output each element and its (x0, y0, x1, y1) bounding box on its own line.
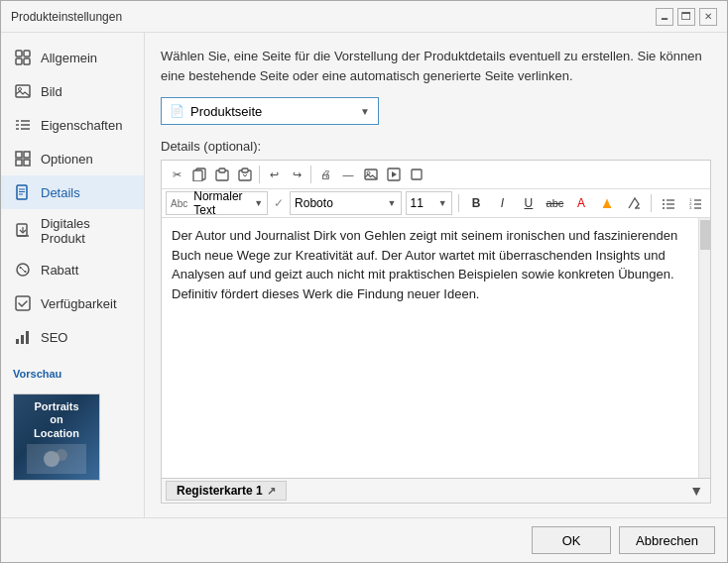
tab-registerkarte-1[interactable]: Registerkarte 1 ↗ (166, 481, 287, 501)
editor-wrapper: Der Autor und Journalist Dirk von Gehlen… (162, 218, 710, 478)
check-icon (13, 293, 33, 313)
sidebar-item-seo[interactable]: SEO (1, 320, 144, 354)
toolbar-sep-1 (259, 166, 260, 183)
dropdown-value: Produktseite (190, 104, 360, 119)
svg-point-40 (367, 171, 370, 174)
sidebar-item-digitales-produkt[interactable]: Digitales Produkt (1, 209, 144, 253)
font-color-button[interactable]: A (570, 191, 592, 215)
svg-point-32 (56, 449, 67, 461)
preview-image: PortraitsonLocation (13, 394, 100, 481)
svg-rect-0 (16, 51, 22, 56)
description-text: Wählen Sie, eine Seite für die Vorstellu… (161, 47, 711, 85)
sidebar-label-optionen: Optionen (41, 152, 93, 167)
insert-image-button[interactable] (360, 164, 382, 185)
italic-button[interactable]: I (491, 191, 513, 215)
minimize-button[interactable]: 🗕 (656, 8, 673, 26)
sidebar-label-seo: SEO (41, 330, 67, 345)
sidebar-label-bild: Bild (41, 84, 62, 99)
cut-button[interactable]: ✂ (166, 164, 187, 185)
svg-rect-38 (242, 169, 248, 172)
tab-scroll-down-icon[interactable]: ▼ (686, 483, 706, 499)
font-family-value: Roboto (295, 196, 384, 210)
scrollbar[interactable] (698, 218, 710, 478)
svg-point-49 (663, 203, 665, 205)
svg-rect-14 (16, 160, 22, 166)
paste-button[interactable] (211, 164, 233, 185)
strikethrough-button[interactable]: abc (544, 191, 565, 215)
bold-button[interactable]: B (465, 191, 487, 215)
sidebar-label-rabatt: Rabatt (41, 263, 78, 278)
insert-media-button[interactable] (383, 164, 405, 185)
font-style-value: Normaler Text (193, 189, 250, 217)
squares-icon (13, 149, 33, 169)
sidebar-item-rabatt[interactable]: Rabatt (1, 253, 144, 286)
insert-box-button[interactable] (406, 164, 427, 185)
svg-marker-42 (392, 171, 397, 177)
sidebar-item-details[interactable]: Details (1, 175, 144, 209)
svg-rect-27 (16, 296, 30, 310)
horizontal-rule-button[interactable]: — (337, 164, 359, 185)
main-window: Produkteinstellungen 🗕 🗖 ✕ Allgemein (0, 0, 728, 563)
scrollbar-thumb (700, 220, 710, 250)
ordered-list-button[interactable]: 1.2.3. (684, 191, 706, 215)
format-sep-2 (651, 194, 652, 212)
download-icon (13, 221, 33, 241)
font-size-dropdown[interactable]: 11 ▼ (406, 191, 452, 215)
highlight-button[interactable] (596, 191, 618, 215)
sidebar-item-optionen[interactable]: Optionen (1, 142, 144, 175)
grid-icon (13, 48, 33, 67)
chart-icon (13, 327, 33, 347)
sidebar-item-bild[interactable]: Bild (1, 74, 144, 108)
toolbar-sep-2 (310, 166, 311, 183)
content-area: Wählen Sie, eine Seite für die Vorstellu… (145, 33, 727, 517)
underline-button[interactable]: U (518, 191, 540, 215)
tag-icon (13, 260, 33, 280)
svg-rect-4 (16, 85, 30, 97)
sidebar-preview-label: Vorschau (1, 358, 144, 390)
format-sep-1 (458, 194, 459, 212)
editor-body[interactable]: Der Autor und Journalist Dirk von Gehlen… (162, 218, 698, 478)
editor-toolbar: ✂ ↩ ↪ 🖨 — (162, 161, 710, 189)
footer: OK Abbrechen (1, 517, 727, 562)
style-dropdown[interactable]: Abc Normaler Text ▼ (166, 191, 268, 215)
svg-text:3.: 3. (689, 205, 692, 210)
font-size-value: 11 (411, 196, 434, 210)
font-family-chevron-icon: ▼ (388, 198, 397, 208)
copy-button[interactable] (188, 164, 210, 185)
redo-button[interactable]: ↪ (286, 164, 307, 185)
cancel-button[interactable]: Abbrechen (619, 526, 715, 554)
doc-text-icon (13, 182, 33, 202)
svg-rect-1 (24, 51, 30, 56)
sidebar-item-allgemein[interactable]: Allgemein (1, 41, 144, 74)
tab-label: Registerkarte 1 (177, 484, 263, 498)
sidebar-label-verfuegbarkeit: Verfügbarkeit (41, 296, 117, 311)
svg-rect-28 (16, 339, 19, 344)
sidebar-label-eigenschaften: Eigenschaften (41, 118, 122, 133)
dropdown-doc-icon: 📄 (170, 104, 184, 118)
print-button[interactable]: 🖨 (314, 164, 336, 185)
title-bar: Produkteinstellungen 🗕 🗖 ✕ (1, 1, 727, 33)
ok-button[interactable]: OK (532, 526, 611, 554)
sidebar-item-eigenschaften[interactable]: Eigenschaften (1, 108, 144, 142)
paste-special-button[interactable] (234, 164, 256, 185)
svg-rect-13 (24, 152, 30, 158)
svg-rect-2 (16, 58, 22, 64)
svg-rect-36 (219, 169, 225, 172)
sidebar-item-verfuegbarkeit[interactable]: Verfügbarkeit (1, 286, 144, 320)
svg-point-5 (19, 88, 22, 91)
image-icon (13, 81, 33, 101)
font-size-chevron-icon: ▼ (438, 198, 447, 208)
font-family-dropdown[interactable]: Roboto ▼ (290, 191, 401, 215)
unordered-list-button[interactable] (658, 191, 679, 215)
format-clear-button[interactable] (623, 191, 645, 215)
svg-rect-29 (21, 335, 24, 344)
maximize-button[interactable]: 🗖 (677, 8, 695, 26)
svg-marker-44 (604, 199, 610, 206)
svg-rect-43 (412, 169, 422, 179)
svg-point-25 (20, 267, 22, 269)
page-dropdown[interactable]: 📄 Produktseite ▼ (161, 97, 379, 125)
close-button[interactable]: ✕ (699, 8, 717, 26)
svg-rect-3 (24, 58, 30, 64)
undo-button[interactable]: ↩ (263, 164, 285, 185)
editor-content: Der Autor und Journalist Dirk von Gehlen… (172, 228, 677, 301)
